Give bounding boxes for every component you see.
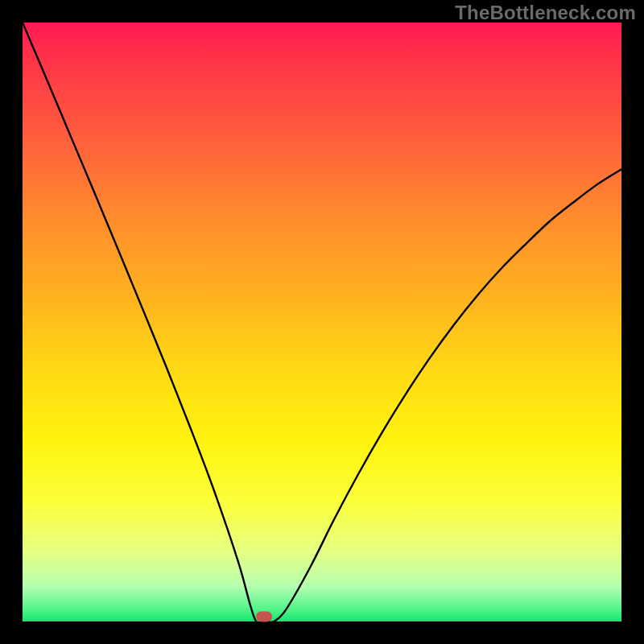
chart-container: TheBottleneck.com: [0, 0, 644, 644]
watermark-text: TheBottleneck.com: [455, 2, 636, 24]
curve-path: [23, 23, 621, 623]
plot-area: [23, 23, 621, 621]
bottleneck-curve: [23, 23, 621, 621]
optimal-point-marker: [256, 612, 272, 622]
